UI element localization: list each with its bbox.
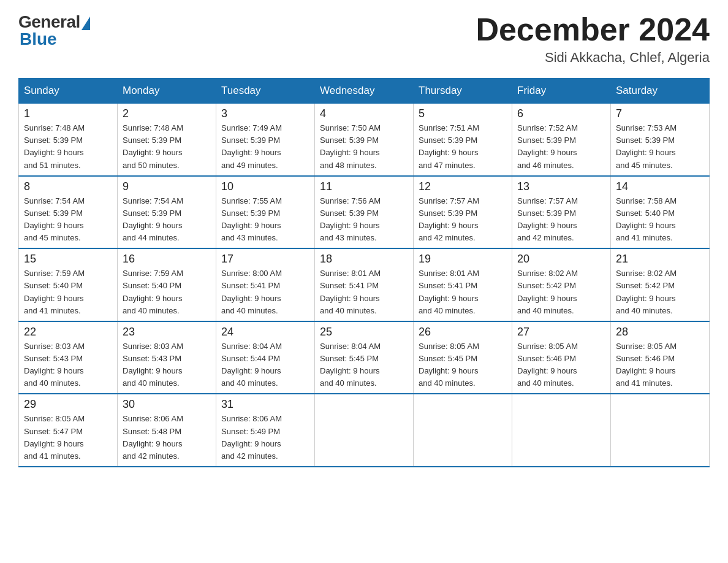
day-info: Sunrise: 7:54 AM Sunset: 5:39 PM Dayligh… xyxy=(123,195,211,245)
calendar-day-cell xyxy=(512,394,611,467)
calendar-day-cell: 28 Sunrise: 8:05 AM Sunset: 5:46 PM Dayl… xyxy=(611,321,710,394)
day-number: 22 xyxy=(24,326,112,339)
calendar-day-cell: 8 Sunrise: 7:54 AM Sunset: 5:39 PM Dayli… xyxy=(19,176,118,249)
day-info: Sunrise: 8:02 AM Sunset: 5:42 PM Dayligh… xyxy=(517,267,605,317)
calendar-week-row: 1 Sunrise: 7:48 AM Sunset: 5:39 PM Dayli… xyxy=(19,104,710,176)
calendar-day-cell: 23 Sunrise: 8:03 AM Sunset: 5:43 PM Dayl… xyxy=(118,321,216,394)
calendar-day-cell xyxy=(315,394,414,467)
day-info: Sunrise: 7:53 AM Sunset: 5:39 PM Dayligh… xyxy=(616,122,704,172)
day-info: Sunrise: 7:59 AM Sunset: 5:40 PM Dayligh… xyxy=(24,267,112,317)
calendar-day-cell: 26 Sunrise: 8:05 AM Sunset: 5:45 PM Dayl… xyxy=(414,321,512,394)
calendar-day-cell: 11 Sunrise: 7:56 AM Sunset: 5:39 PM Dayl… xyxy=(315,176,414,249)
month-year-title: December 2024 xyxy=(476,12,710,47)
day-info: Sunrise: 7:58 AM Sunset: 5:40 PM Dayligh… xyxy=(616,195,704,245)
day-info: Sunrise: 7:59 AM Sunset: 5:40 PM Dayligh… xyxy=(123,267,211,317)
day-number: 1 xyxy=(24,107,112,120)
calendar-week-row: 22 Sunrise: 8:03 AM Sunset: 5:43 PM Dayl… xyxy=(19,321,710,394)
day-number: 6 xyxy=(517,107,605,120)
col-wednesday: Wednesday xyxy=(315,79,414,104)
col-friday: Friday xyxy=(512,79,611,104)
day-info: Sunrise: 8:05 AM Sunset: 5:46 PM Dayligh… xyxy=(616,340,704,390)
day-info: Sunrise: 7:49 AM Sunset: 5:39 PM Dayligh… xyxy=(221,122,309,172)
day-number: 31 xyxy=(221,398,309,411)
day-number: 19 xyxy=(419,253,507,266)
calendar-table: Sunday Monday Tuesday Wednesday Thursday… xyxy=(18,78,710,467)
calendar-day-cell: 10 Sunrise: 7:55 AM Sunset: 5:39 PM Dayl… xyxy=(216,176,315,249)
day-number: 8 xyxy=(24,180,112,193)
calendar-week-row: 8 Sunrise: 7:54 AM Sunset: 5:39 PM Dayli… xyxy=(19,176,710,249)
day-number: 4 xyxy=(320,107,408,120)
calendar-day-cell: 22 Sunrise: 8:03 AM Sunset: 5:43 PM Dayl… xyxy=(19,321,118,394)
day-info: Sunrise: 7:56 AM Sunset: 5:39 PM Dayligh… xyxy=(320,195,408,245)
day-info: Sunrise: 8:01 AM Sunset: 5:41 PM Dayligh… xyxy=(320,267,408,317)
day-info: Sunrise: 7:51 AM Sunset: 5:39 PM Dayligh… xyxy=(419,122,507,172)
calendar-day-cell: 21 Sunrise: 8:02 AM Sunset: 5:42 PM Dayl… xyxy=(611,248,710,321)
calendar-day-cell: 4 Sunrise: 7:50 AM Sunset: 5:39 PM Dayli… xyxy=(315,104,414,176)
col-sunday: Sunday xyxy=(19,79,118,104)
day-info: Sunrise: 8:00 AM Sunset: 5:41 PM Dayligh… xyxy=(221,267,309,317)
day-info: Sunrise: 8:04 AM Sunset: 5:44 PM Dayligh… xyxy=(221,340,309,390)
day-number: 27 xyxy=(517,326,605,339)
calendar-day-cell: 6 Sunrise: 7:52 AM Sunset: 5:39 PM Dayli… xyxy=(512,104,611,176)
day-info: Sunrise: 7:48 AM Sunset: 5:39 PM Dayligh… xyxy=(123,122,211,172)
day-number: 21 xyxy=(616,253,704,266)
calendar-week-row: 29 Sunrise: 8:05 AM Sunset: 5:47 PM Dayl… xyxy=(19,394,710,467)
calendar-day-cell: 13 Sunrise: 7:57 AM Sunset: 5:39 PM Dayl… xyxy=(512,176,611,249)
col-thursday: Thursday xyxy=(414,79,512,104)
day-info: Sunrise: 8:05 AM Sunset: 5:45 PM Dayligh… xyxy=(419,340,507,390)
calendar-day-cell: 30 Sunrise: 8:06 AM Sunset: 5:48 PM Dayl… xyxy=(118,394,216,467)
calendar-day-cell: 27 Sunrise: 8:05 AM Sunset: 5:46 PM Dayl… xyxy=(512,321,611,394)
day-number: 5 xyxy=(419,107,507,120)
logo-triangle-icon xyxy=(82,17,90,30)
day-info: Sunrise: 7:52 AM Sunset: 5:39 PM Dayligh… xyxy=(517,122,605,172)
calendar-day-cell: 7 Sunrise: 7:53 AM Sunset: 5:39 PM Dayli… xyxy=(611,104,710,176)
calendar-day-cell: 20 Sunrise: 8:02 AM Sunset: 5:42 PM Dayl… xyxy=(512,248,611,321)
day-info: Sunrise: 7:55 AM Sunset: 5:39 PM Dayligh… xyxy=(221,195,309,245)
title-section: December 2024 Sidi Akkacha, Chlef, Alger… xyxy=(476,12,710,66)
calendar-day-cell xyxy=(611,394,710,467)
day-number: 20 xyxy=(517,253,605,266)
calendar-day-cell: 25 Sunrise: 8:04 AM Sunset: 5:45 PM Dayl… xyxy=(315,321,414,394)
day-info: Sunrise: 8:03 AM Sunset: 5:43 PM Dayligh… xyxy=(24,340,112,390)
col-tuesday: Tuesday xyxy=(216,79,315,104)
day-info: Sunrise: 7:57 AM Sunset: 5:39 PM Dayligh… xyxy=(517,195,605,245)
day-info: Sunrise: 7:54 AM Sunset: 5:39 PM Dayligh… xyxy=(24,195,112,245)
calendar-day-cell: 29 Sunrise: 8:05 AM Sunset: 5:47 PM Dayl… xyxy=(19,394,118,467)
day-info: Sunrise: 8:02 AM Sunset: 5:42 PM Dayligh… xyxy=(616,267,704,317)
day-info: Sunrise: 8:06 AM Sunset: 5:48 PM Dayligh… xyxy=(123,413,211,462)
calendar-day-cell: 1 Sunrise: 7:48 AM Sunset: 5:39 PM Dayli… xyxy=(19,104,118,176)
calendar-day-cell: 31 Sunrise: 8:06 AM Sunset: 5:49 PM Dayl… xyxy=(216,394,315,467)
calendar-day-cell: 9 Sunrise: 7:54 AM Sunset: 5:39 PM Dayli… xyxy=(118,176,216,249)
day-number: 24 xyxy=(221,326,309,339)
day-number: 25 xyxy=(320,326,408,339)
calendar-day-cell: 14 Sunrise: 7:58 AM Sunset: 5:40 PM Dayl… xyxy=(611,176,710,249)
day-number: 23 xyxy=(123,326,211,339)
day-info: Sunrise: 8:06 AM Sunset: 5:49 PM Dayligh… xyxy=(221,413,309,462)
day-number: 12 xyxy=(419,180,507,193)
day-number: 18 xyxy=(320,253,408,266)
day-number: 26 xyxy=(419,326,507,339)
day-info: Sunrise: 7:48 AM Sunset: 5:39 PM Dayligh… xyxy=(24,122,112,172)
day-number: 9 xyxy=(123,180,211,193)
calendar-day-cell xyxy=(414,394,512,467)
calendar-day-cell: 12 Sunrise: 7:57 AM Sunset: 5:39 PM Dayl… xyxy=(414,176,512,249)
calendar-day-cell: 24 Sunrise: 8:04 AM Sunset: 5:44 PM Dayl… xyxy=(216,321,315,394)
calendar-day-cell: 15 Sunrise: 7:59 AM Sunset: 5:40 PM Dayl… xyxy=(19,248,118,321)
calendar-day-cell: 18 Sunrise: 8:01 AM Sunset: 5:41 PM Dayl… xyxy=(315,248,414,321)
day-number: 16 xyxy=(123,253,211,266)
day-number: 2 xyxy=(123,107,211,120)
day-number: 14 xyxy=(616,180,704,193)
calendar-day-cell: 2 Sunrise: 7:48 AM Sunset: 5:39 PM Dayli… xyxy=(118,104,216,176)
day-number: 30 xyxy=(123,398,211,411)
day-number: 29 xyxy=(24,398,112,411)
logo: General Blue xyxy=(18,12,90,49)
day-info: Sunrise: 8:05 AM Sunset: 5:46 PM Dayligh… xyxy=(517,340,605,390)
day-number: 13 xyxy=(517,180,605,193)
calendar-header-row: Sunday Monday Tuesday Wednesday Thursday… xyxy=(19,79,710,104)
day-number: 7 xyxy=(616,107,704,120)
day-number: 17 xyxy=(221,253,309,266)
day-info: Sunrise: 8:04 AM Sunset: 5:45 PM Dayligh… xyxy=(320,340,408,390)
day-number: 15 xyxy=(24,253,112,266)
day-info: Sunrise: 8:01 AM Sunset: 5:41 PM Dayligh… xyxy=(419,267,507,317)
location-subtitle: Sidi Akkacha, Chlef, Algeria xyxy=(476,50,710,66)
